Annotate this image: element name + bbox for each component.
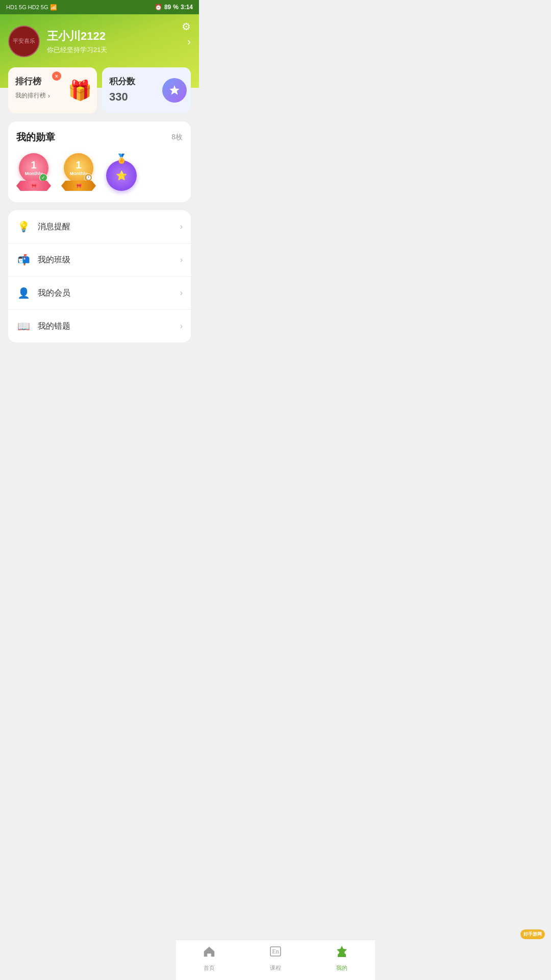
status-left: HD1 5G HD2 5G 📶: [6, 4, 57, 11]
badge-purple-medal[interactable]: 🏅 ⭐: [106, 153, 137, 191]
close-badge[interactable]: ×: [52, 71, 61, 81]
svg-marker-0: [170, 85, 180, 95]
profile-name: 王小川2122: [47, 29, 180, 44]
badge-pink-monthly[interactable]: 1 Monthly ✓ 🎀: [16, 153, 51, 191]
badges-row: 1 Monthly ✓ 🎀 1 Monthly 🕐: [16, 151, 183, 193]
ranking-arrow-icon: ›: [48, 92, 50, 100]
class-label: 我的班级: [38, 255, 173, 265]
battery-text: 89: [164, 4, 171, 11]
notification-arrow: ›: [180, 222, 183, 231]
badges-count: 8枚: [171, 133, 183, 142]
menu-item-notifications[interactable]: 💡 消息提醒 ›: [8, 210, 191, 243]
badge-gold-monthly[interactable]: 1 Monthly 🕐 🎀: [61, 153, 96, 191]
menu-section: 💡 消息提醒 › 📬 我的班级 › 👤 我的会员 › 📖 我的错题 ›: [8, 210, 191, 342]
profile-arrow[interactable]: ›: [187, 36, 191, 47]
wifi-icon: 📶: [50, 4, 57, 11]
gift-icon: 🎁: [68, 79, 92, 102]
carrier-text: HD1 5G HD2 5G: [6, 4, 48, 10]
mistakes-icon: 📖: [16, 319, 31, 333]
profile-row: 平安喜乐 王小川2122 你已经坚持学习21天 ›: [8, 26, 191, 57]
class-icon: 📬: [16, 253, 31, 267]
alarm-icon: ⏰: [155, 4, 162, 11]
badges-section: 我的勋章 8枚 1 Monthly ✓ 🎀: [8, 121, 191, 202]
class-arrow: ›: [180, 255, 183, 264]
star-icon: [162, 78, 187, 103]
menu-item-membership[interactable]: 👤 我的会员 ›: [8, 277, 191, 310]
status-right: ⏰ 89% 3:14: [155, 4, 193, 11]
membership-label: 我的会员: [38, 288, 173, 299]
points-card[interactable]: 积分数 330: [102, 67, 191, 113]
mistakes-arrow: ›: [180, 322, 183, 331]
mistakes-label: 我的错题: [38, 321, 173, 332]
menu-item-mistakes[interactable]: 📖 我的错题 ›: [8, 310, 191, 342]
profile-info: 王小川2122 你已经坚持学习21天: [47, 29, 180, 55]
profile-subtitle: 你已经坚持学习21天: [47, 45, 180, 55]
notification-label: 消息提醒: [38, 222, 173, 232]
settings-icon[interactable]: ⚙: [182, 20, 191, 33]
badges-title: 我的勋章: [16, 131, 55, 144]
ranking-card[interactable]: 排行榜 我的排行榜 › × 🎁: [8, 67, 97, 113]
status-bar: HD1 5G HD2 5G 📶 ⏰ 89% 3:14: [0, 0, 199, 14]
menu-item-class[interactable]: 📬 我的班级 ›: [8, 243, 191, 277]
badges-header: 我的勋章 8枚: [16, 131, 183, 144]
time-display: 3:14: [181, 4, 193, 11]
cards-row: 排行榜 我的排行榜 › × 🎁 积分数 330: [8, 67, 191, 113]
membership-arrow: ›: [180, 288, 183, 298]
notification-icon: 💡: [16, 219, 31, 234]
membership-icon: 👤: [16, 286, 31, 300]
avatar[interactable]: 平安喜乐: [8, 26, 40, 57]
